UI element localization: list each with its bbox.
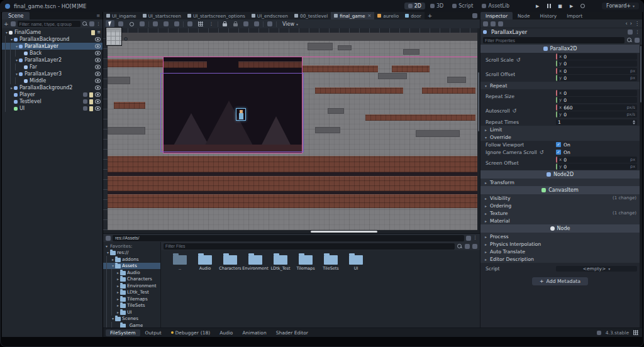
screen-offset-y-field[interactable]: y0px	[556, 163, 637, 170]
skeleton-options-button[interactable]	[265, 20, 274, 28]
history-forward-icon[interactable]: ›	[630, 21, 632, 26]
visibility-eye-icon[interactable]	[95, 85, 101, 90]
script-icon[interactable]	[91, 30, 95, 35]
bottom-tab-shader-editor[interactable]: Shader Editor	[272, 329, 313, 336]
group-repeat[interactable]: ▾Repeat	[480, 82, 640, 89]
revert-icon[interactable]: ↺	[540, 150, 544, 155]
snap-options-button[interactable]: ⋮	[207, 20, 216, 28]
expand-icon[interactable]: ▾	[4, 30, 9, 35]
scene-node-row[interactable]: ▾FinalGame ≡	[2, 29, 103, 36]
file-filter-input[interactable]	[164, 243, 455, 250]
fs-tree-row[interactable]: ▸Audio	[103, 269, 160, 276]
expand-icon[interactable]: ▸	[116, 310, 120, 314]
floating-panel-handle-icon[interactable]	[124, 37, 128, 41]
group-object-button[interactable]	[242, 20, 250, 28]
expand-icon[interactable]: ▾	[9, 37, 14, 41]
expand-icon[interactable]: ▸	[116, 284, 120, 288]
stop-button[interactable]: ■	[556, 3, 564, 10]
file-item[interactable]: Environment	[243, 254, 268, 271]
repeat-times-field[interactable]: 1	[556, 119, 637, 125]
file-item[interactable]: Audio	[192, 254, 218, 271]
scroll-scale-x-field[interactable]: x0	[556, 53, 637, 60]
bottom-panel-toggle-icon[interactable]	[633, 330, 638, 335]
close-icon[interactable]: ×	[367, 13, 371, 18]
group-texture[interactable]: ▸Texture(1 change)	[480, 209, 640, 217]
play-button[interactable]: ▶	[533, 3, 541, 10]
file-item[interactable]: TileSets	[318, 254, 343, 271]
visibility-eye-icon[interactable]	[95, 99, 101, 104]
expand-icon[interactable]: ▸	[116, 303, 120, 307]
resource-tools-icon[interactable]	[498, 21, 503, 26]
scene-tree-menu-icon[interactable]: ⋮	[96, 22, 101, 26]
expand-icon[interactable]: ▸	[116, 297, 120, 301]
autoscroll-y-field[interactable]: y0px/s	[556, 111, 637, 118]
scene-node-row[interactable]: Testlevel	[2, 98, 103, 105]
notification-icon[interactable]	[597, 331, 601, 335]
groups-icon[interactable]: ≡	[97, 30, 101, 35]
expand-viewport-icon[interactable]	[472, 13, 477, 18]
tab-scene[interactable]: Scene	[2, 12, 30, 19]
history-back-icon[interactable]: ‹	[626, 21, 628, 26]
file-item[interactable]: UI	[343, 254, 369, 271]
file-item[interactable]: Characters	[218, 254, 243, 271]
visibility-eye-icon[interactable]	[95, 51, 101, 55]
ruler-tool-button[interactable]	[172, 20, 181, 28]
spinner-arrows[interactable]	[633, 120, 635, 124]
scene-node-row[interactable]: UI	[2, 105, 103, 112]
fs-tree-row[interactable]: ▸addons	[103, 256, 160, 263]
workspace-script-button[interactable]: Script	[448, 3, 477, 9]
scene-tab[interactable]: door	[402, 12, 425, 19]
bottom-tab-animation[interactable]: Animation	[238, 329, 270, 336]
scrollbar-thumb[interactable]	[478, 72, 479, 131]
expand-icon[interactable]: ▾	[106, 250, 110, 255]
movie-mode-button[interactable]	[579, 3, 587, 10]
script-icon[interactable]	[89, 99, 93, 104]
favorite-toggle-icon[interactable]	[106, 236, 111, 241]
add-node-button[interactable]: +	[4, 21, 9, 27]
scene-tab[interactable]: aurelio	[374, 12, 402, 19]
scene-node-row[interactable]: Far	[2, 63, 103, 70]
file-item[interactable]: ..	[167, 254, 192, 271]
split-view-icon[interactable]	[466, 236, 471, 241]
lock-object-button[interactable]	[220, 20, 229, 28]
pan-tool-button[interactable]	[162, 20, 170, 28]
fs-tree-row[interactable]: ▸UI	[103, 309, 160, 316]
path-input[interactable]	[113, 235, 464, 241]
pin-icon[interactable]	[628, 30, 633, 35]
scene-tab[interactable]: UI_ingame	[103, 12, 140, 19]
scroll-offset-y-field[interactable]: y0px	[556, 75, 637, 81]
new-scene-tab-button[interactable]: +	[425, 13, 436, 19]
scroll-scale-y-field[interactable]: y0	[556, 60, 637, 67]
property-filter-input[interactable]	[483, 37, 625, 43]
expand-icon[interactable]: ▾	[14, 44, 19, 48]
group-material[interactable]: ▸Material	[480, 217, 640, 224]
group-auto-translate[interactable]: ▸Auto Translate	[480, 248, 640, 255]
tab-inspector[interactable]: Inspector	[480, 12, 513, 19]
scene-tab[interactable]: UI_startscreen	[140, 12, 184, 19]
group-limit[interactable]: ▸Limit	[480, 126, 640, 133]
group-transform[interactable]: ▸Transform	[480, 179, 640, 186]
bottom-tab-audio[interactable]: Audio	[215, 329, 237, 336]
revert-icon[interactable]: ↺	[513, 108, 517, 114]
scale-tool-button[interactable]	[138, 20, 147, 28]
autoscroll-x-field[interactable]: x660px/s	[556, 104, 637, 111]
renderer-select[interactable]: Forward+▾	[602, 3, 639, 9]
unlock-object-button[interactable]	[231, 20, 240, 28]
scene-node-row[interactable]: ▾ParallaxLayer2	[2, 57, 103, 63]
expand-icon[interactable]: ▸	[116, 290, 120, 294]
smart-snap-button[interactable]	[186, 20, 194, 28]
workspace-3d-button[interactable]: 3D	[426, 3, 447, 9]
fs-tree-row[interactable]: ▸Characters	[103, 276, 160, 283]
visibility-eye-icon[interactable]	[95, 92, 101, 97]
scene-tab[interactable]: UI_endscreen	[248, 12, 291, 19]
inspector-menu-icon[interactable]: ⋮	[635, 21, 640, 26]
fs-tree-row[interactable]: ▸Environment	[103, 282, 160, 289]
attach-script-button[interactable]	[89, 21, 94, 26]
expand-icon[interactable]: ▾	[14, 58, 19, 62]
visibility-eye-icon[interactable]	[95, 37, 101, 41]
expand-icon[interactable]: ▸	[9, 85, 14, 90]
toggle-display-mode-icon[interactable]	[472, 244, 477, 249]
bottom-tab-filesystem[interactable]: FileSystem	[106, 329, 140, 336]
visibility-eye-icon[interactable]	[95, 79, 101, 83]
expand-icon[interactable]: ▸	[116, 270, 120, 275]
